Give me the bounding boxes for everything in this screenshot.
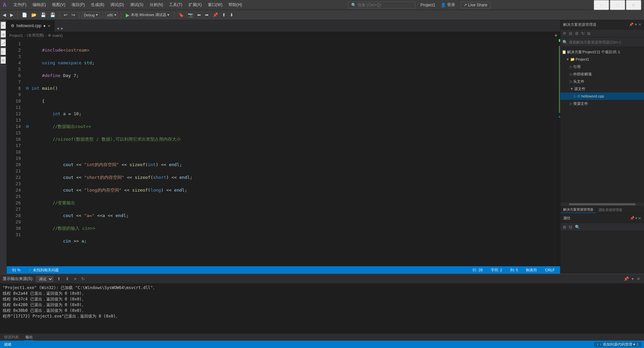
toolbar-saveall-btn[interactable]: 💾	[49, 12, 57, 18]
encoding-status[interactable]: 制表符	[525, 268, 538, 273]
menu-tools[interactable]: 工具(T)	[166, 1, 185, 8]
zoom-level[interactable]: 91 %	[11, 268, 22, 272]
search-box[interactable]: 🔍	[348, 2, 415, 8]
minimize-button[interactable]: ─	[594, 0, 609, 10]
bc-add-button[interactable]: +	[554, 32, 557, 39]
tree-item-solution[interactable]: 📋 解决方案'Project1'(1 个项目/共 1	[560, 48, 644, 56]
prop-close-btn[interactable]: ✕	[638, 216, 641, 221]
eol-status[interactable]: CRLF	[544, 268, 556, 272]
menu-debug[interactable]: 调试(D)	[108, 1, 127, 8]
se-close-btn[interactable]: ✕	[638, 22, 641, 27]
output-btn4[interactable]: ↻	[80, 276, 86, 282]
menu-window[interactable]: 窗口(W)	[205, 1, 225, 8]
output-btn3[interactable]: ≡	[73, 276, 77, 282]
se-reload-btn[interactable]: ↻	[580, 31, 586, 36]
act-explorer[interactable]: ≡	[0, 21, 6, 29]
tab-helloword[interactable]: ⚙ helloword.cpp ● ✕	[7, 20, 55, 31]
act-ext[interactable]: ⧉	[0, 56, 6, 64]
se-options-btn[interactable]: ▾	[635, 22, 637, 27]
menu-edit[interactable]: 编辑(E)	[30, 1, 49, 8]
prop-options-btn[interactable]: ▾	[635, 216, 637, 221]
tree-item-source[interactable]: ▼ 源文件	[560, 85, 644, 92]
code-line-6: int a = 10;	[26, 111, 555, 117]
tree-item-extdeps[interactable]: ▷ 外部依赖项	[560, 70, 644, 78]
toolbar-bookmark-btn[interactable]: 🔖	[177, 12, 185, 18]
prop-tb-btn3[interactable]: 🔍	[574, 224, 581, 230]
no-issues-status[interactable]: ✓ 未找到相关问题	[27, 268, 60, 273]
menu-project[interactable]: 项目(P)	[69, 1, 88, 8]
bc-project[interactable]: Project1	[9, 33, 23, 38]
close-button[interactable]: ✕	[626, 0, 641, 10]
toolbar-camera-btn[interactable]: 📷	[186, 12, 195, 18]
output-btn2[interactable]: ⬇	[64, 276, 70, 282]
code-editor[interactable]: #include<iostream> using namespace std; …	[23, 39, 555, 266]
toolbar-pin-btn[interactable]: 📌	[211, 12, 219, 18]
output-source-select[interactable]: 调试	[36, 276, 53, 282]
act-search[interactable]: ⊕	[0, 30, 6, 38]
tree-item-headers[interactable]: ▷ 头文件	[560, 78, 644, 85]
maximize-button[interactable]: □	[610, 0, 625, 10]
output-tab-errors[interactable]: 错误列表	[3, 334, 20, 340]
tab-nav-prev[interactable]: ◂	[56, 25, 60, 31]
menu-view[interactable]: 视图(V)	[49, 1, 68, 8]
tree-item-resources[interactable]: ▷ 资源文件	[560, 100, 644, 107]
output-close-btn[interactable]: ✕	[636, 276, 641, 282]
se-pin-btn[interactable]: 📌	[629, 22, 634, 27]
toolbar-save-btn[interactable]: 💾	[39, 12, 47, 18]
toolbar-new-btn[interactable]: 📄	[20, 12, 29, 18]
menu-build[interactable]: 生成(B)	[88, 1, 107, 8]
live-share-button[interactable]: ↗ Live Share	[461, 2, 490, 8]
se-collapse-btn[interactable]: ⊟	[568, 31, 573, 36]
prop-tb-btn2[interactable]: ⊟	[568, 224, 573, 230]
prop-pin-btn[interactable]: 📌	[630, 216, 635, 221]
platform-dropdown[interactable]: x86 ▾	[105, 12, 118, 18]
bc-func[interactable]: ⊕ main()	[48, 33, 63, 38]
col-status[interactable]: 列: 5	[509, 268, 519, 273]
tab-close[interactable]: ✕	[48, 24, 50, 28]
toolbar-open-btn[interactable]: 📂	[30, 12, 38, 18]
tree-item-refs[interactable]: ▷ 引用	[560, 63, 644, 70]
menu-help[interactable]: 帮助(H)	[226, 1, 245, 8]
act-debug[interactable]: ▷	[0, 48, 6, 56]
se-tab-solution[interactable]: 解决方案资源管理器	[560, 207, 596, 213]
git-status-button[interactable]: ↑ ↑ 添加到源代码管理 ▾ 1	[594, 342, 641, 347]
output-btn1[interactable]: ⬆	[56, 276, 62, 282]
output-pin-btn[interactable]: 📌	[623, 276, 630, 282]
prop-tb-btn1[interactable]: ⊞	[562, 224, 567, 230]
se-filter-btn[interactable]: ⧉	[586, 31, 591, 36]
char-status[interactable]: 字符: 2	[489, 268, 503, 273]
toolbar-undo-btn[interactable]: ↩	[62, 12, 69, 18]
se-tab-team[interactable]: 团队资源管理器	[596, 207, 625, 213]
output-tab-output[interactable]: 输出	[24, 334, 34, 341]
line-status[interactable]: 行: 28	[471, 268, 484, 273]
editor-scrollbar[interactable]	[555, 39, 560, 266]
output-options-btn[interactable]: ▾	[631, 276, 635, 282]
toolbar-fwd-btn[interactable]: ▶	[9, 12, 15, 18]
act-git[interactable]: ⎇	[0, 39, 6, 47]
menu-bar: 文件(F) 编辑(E) 视图(V) 项目(P) 生成(B) 调试(D) 测试(S…	[11, 1, 245, 8]
tree-item-helloword[interactable]: ▷ ⚙ helloword.cpp	[560, 92, 644, 100]
menu-analyze[interactable]: 分析(N)	[147, 1, 166, 8]
menu-test[interactable]: 测试(S)	[127, 1, 146, 8]
run-button[interactable]: ▶ 本地 Windows 调试器 ▾	[124, 12, 171, 18]
live-share-icon: ↗	[464, 3, 467, 7]
toolbar-nav-btn2[interactable]: ➡	[204, 12, 210, 18]
debug-config-dropdown[interactable]: Debug ▾	[82, 12, 100, 18]
search-input[interactable]	[358, 3, 408, 7]
bc-scope[interactable]: (全局范围)	[27, 33, 44, 38]
se-refresh-btn[interactable]: ⟳	[562, 31, 567, 36]
toolbar-sort-btn1[interactable]: ⬆	[221, 12, 227, 18]
toolbar-nav-btn1[interactable]: ⬅	[196, 12, 202, 18]
output-content[interactable]: "Project1.exe" (Win32): 已加载 "C:\Windows\…	[0, 284, 644, 333]
menu-extensions[interactable]: 扩展(X)	[186, 1, 205, 8]
tab-nav-next[interactable]: ▸	[60, 25, 64, 31]
toolbar-back-btn[interactable]: ◀	[1, 12, 7, 18]
toolbar-sort-btn2[interactable]: ⬇	[228, 12, 235, 18]
menu-file[interactable]: 文件(F)	[11, 1, 29, 8]
se-settings-btn[interactable]: ⚙	[574, 31, 580, 36]
se-search[interactable]: 🔍	[560, 38, 644, 47]
tree-item-project[interactable]: ▼ 📁 Project1	[560, 56, 644, 63]
se-search-input[interactable]	[569, 40, 642, 44]
login-area[interactable]: 👤 登录	[438, 1, 458, 8]
toolbar-redo-btn[interactable]: ↪	[70, 12, 76, 18]
